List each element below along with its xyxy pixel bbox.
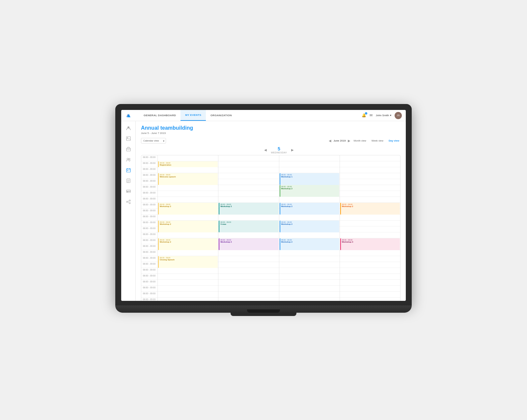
time-row — [218, 161, 279, 167]
event-time: 08:00 - 09:00 — [160, 257, 217, 259]
content-area: Annual teambuilding June 5 - June 7 2019… — [136, 121, 406, 301]
app-container: GENERAL DASHBOARD MY EVENTS ORGANIZATION… — [121, 110, 406, 301]
event-block[interactable]: 08:00 - 09:00Workshop 2 — [280, 238, 339, 250]
time-row — [218, 179, 279, 185]
time-row — [279, 215, 340, 221]
time-row — [340, 292, 400, 298]
event-block[interactable]: 08:00 - 09:00Workshop 2 — [280, 221, 339, 232]
svg-line-24 — [128, 201, 129, 202]
event-block[interactable]: 08:00 - 09:00Workshop 2 — [158, 221, 218, 232]
nav-right: 🔔 1 ✉ John Smith ▾ JS — [362, 112, 402, 119]
time-slot-9: 08:00 - 09:00 — [141, 209, 157, 215]
svg-line-25 — [128, 202, 129, 203]
event-column-3: 08:00 - 09:00Workshop 208:00 - 09:00Work… — [340, 155, 400, 301]
event-block[interactable]: 08:00 - 09:00Workshop 1 — [280, 173, 339, 185]
week-view-button[interactable]: Week view — [370, 139, 385, 143]
avatar-initials: JS — [397, 114, 400, 117]
event-title: Workshop 2 — [281, 205, 338, 207]
page-title: Annual teambuilding — [141, 125, 401, 131]
time-row — [279, 256, 340, 262]
contacts-icon — [126, 157, 131, 162]
messages-button[interactable]: ✉ — [370, 113, 373, 118]
event-block[interactable]: 08:00 - 09:00Closing Speech — [158, 256, 218, 268]
time-row — [340, 185, 400, 191]
sidebar-item-calendar[interactable] — [124, 166, 133, 174]
user-menu[interactable]: John Smith ▾ — [376, 114, 391, 117]
event-column-0: 08:00 - 09:00Registration08:00 - 09:00We… — [158, 155, 218, 301]
time-row — [218, 268, 279, 274]
time-row — [158, 155, 218, 161]
time-slot-22: 08:00 - 09:00 — [141, 286, 157, 292]
inbox-icon — [126, 147, 131, 151]
tab-organization[interactable]: ORGANIZATION — [206, 110, 236, 121]
event-block[interactable]: 08:00 - 09:00Workshop 2 — [158, 238, 218, 250]
event-block[interactable]: 08:00 - 09:00V-max — [219, 221, 278, 232]
sidebar-item-share[interactable] — [124, 197, 133, 206]
month-nav: ◀ June 2019 ▶ — [329, 139, 350, 143]
avatar[interactable]: JS — [395, 112, 402, 119]
main-area: Annual teambuilding June 5 - June 7 2019… — [121, 121, 406, 301]
time-slot-2: 08:00 - 09:00 — [141, 167, 157, 173]
nav-tabs: GENERAL DASHBOARD MY EVENTS ORGANIZATION — [139, 110, 362, 121]
time-slot-23: 08:00 - 09:00 — [141, 292, 157, 298]
day-view-button[interactable]: Day view — [387, 139, 401, 143]
notification-badge: 1 — [365, 112, 367, 115]
svg-point-21 — [129, 200, 130, 201]
day-header: 5 WEDNESDAY — [271, 146, 287, 154]
prev-day-button[interactable]: ◀ — [264, 148, 267, 152]
next-month-button[interactable]: ▶ — [348, 139, 350, 143]
tab-general-dashboard[interactable]: GENERAL DASHBOARD — [139, 110, 180, 121]
event-block[interactable]: 08:00 - 09:00Workshop 2 — [280, 185, 339, 197]
svg-rect-13 — [127, 171, 128, 171]
time-slot-1: 08:00 - 09:00 — [141, 161, 157, 167]
sidebar-item-inbox[interactable] — [124, 145, 133, 153]
sidebar-item-gallery[interactable] — [124, 134, 133, 143]
time-row — [340, 215, 400, 221]
event-block[interactable]: 08:00 - 09:00Workshop 2 — [280, 203, 339, 215]
calendar-header: ◀ 5 WEDNESDAY ▶ — [141, 146, 401, 154]
event-block[interactable]: 08:00 - 09:00Workshop 2 — [340, 203, 400, 215]
event-block[interactable]: 08:00 - 09:00Workshop 2 — [219, 238, 278, 250]
time-row — [218, 250, 279, 256]
svg-rect-20 — [127, 192, 128, 193]
sidebar-item-contacts[interactable] — [124, 155, 133, 164]
event-title: Workshop 2 — [220, 205, 277, 207]
event-block[interactable]: 08:00 - 09:00Workshop 2 — [158, 203, 218, 215]
notifications-button[interactable]: 🔔 1 — [362, 113, 366, 118]
view-buttons: Month view Week view Day view — [352, 139, 401, 143]
svg-point-23 — [126, 201, 128, 202]
next-day-button[interactable]: ▶ — [291, 148, 294, 152]
sidebar-item-profile[interactable] — [124, 124, 133, 132]
tab-my-events[interactable]: MY EVENTS — [180, 110, 206, 121]
event-time: 08:00 - 09:00 — [281, 221, 338, 223]
time-row — [218, 286, 279, 292]
event-block[interactable]: 08:00 - 09:00Registration — [158, 161, 218, 167]
sidebar-item-card[interactable] — [124, 187, 133, 196]
event-block[interactable]: 08:00 - 09:00Welcome speech — [158, 173, 218, 185]
time-slot-0: 08:00 - 09:00 — [141, 155, 157, 161]
time-row — [158, 292, 218, 298]
prev-month-button[interactable]: ◀ — [329, 139, 331, 143]
event-time: 08:00 - 09:00 — [160, 174, 217, 176]
event-title: Workshop 2 — [160, 241, 217, 243]
event-time: 08:00 - 09:00 — [160, 239, 217, 241]
event-time: 08:00 - 09:00 — [220, 203, 277, 205]
time-row — [279, 286, 340, 292]
time-row — [340, 298, 400, 301]
time-slot-14: 08:00 - 09:00 — [141, 238, 157, 244]
month-view-button[interactable]: Month view — [352, 139, 368, 143]
time-row — [279, 274, 340, 280]
time-row — [158, 215, 218, 221]
time-row — [279, 167, 340, 173]
event-block[interactable]: 08:00 - 09:00Workshop 2 — [219, 203, 278, 215]
sidebar-item-notes[interactable] — [124, 176, 133, 185]
time-row — [218, 292, 279, 298]
view-select[interactable]: Calendar view List view — [141, 138, 166, 144]
time-row — [340, 250, 400, 256]
time-row — [340, 197, 400, 203]
time-row — [218, 262, 279, 268]
time-row — [279, 298, 340, 301]
time-row — [158, 298, 218, 301]
event-title: Closing Speech — [160, 259, 217, 261]
event-block[interactable]: 08:00 - 09:00Workshop 3 — [340, 238, 400, 250]
